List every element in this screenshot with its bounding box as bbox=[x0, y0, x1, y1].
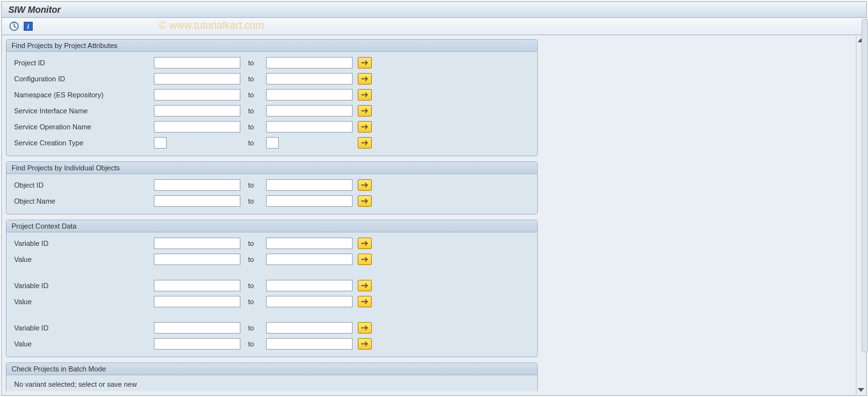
to-label: to bbox=[240, 59, 266, 67]
multiselect-button[interactable] bbox=[358, 296, 372, 307]
multiselect-button[interactable] bbox=[358, 338, 372, 350]
input-variable-id-high[interactable] bbox=[266, 280, 353, 291]
to-label: to bbox=[240, 282, 266, 289]
input-config-id-low[interactable] bbox=[154, 73, 240, 85]
group-batch-mode: Check Projects in Batch Mode No variant … bbox=[6, 362, 538, 391]
info-icon[interactable]: i bbox=[24, 22, 33, 31]
label-variable-id: Variable ID bbox=[13, 282, 154, 289]
row-config-id: Configuration ID to bbox=[13, 72, 531, 86]
label-value: Value bbox=[13, 340, 154, 348]
input-value-low[interactable] bbox=[154, 296, 240, 307]
input-value-high[interactable] bbox=[266, 296, 353, 307]
to-label: to bbox=[240, 255, 266, 263]
content-area: Find Projects by Project Attributes Proj… bbox=[2, 35, 866, 395]
input-object-id-low[interactable] bbox=[154, 179, 240, 191]
page-title: SIW Monitor bbox=[2, 2, 866, 18]
input-namespace-high[interactable] bbox=[266, 89, 353, 101]
group-individual-objects: Find Projects by Individual Objects Obje… bbox=[6, 161, 538, 215]
multiselect-button[interactable] bbox=[358, 179, 372, 191]
input-svc-op-high[interactable] bbox=[266, 121, 353, 133]
label-object-name: Object Name bbox=[13, 197, 154, 205]
to-label: to bbox=[240, 91, 266, 99]
multiselect-button[interactable] bbox=[358, 121, 372, 133]
input-variable-id-high[interactable] bbox=[266, 238, 353, 249]
multiselect-button[interactable] bbox=[358, 105, 372, 117]
row-object-name: Object Name to bbox=[13, 194, 531, 208]
label-service-creation-type: Service Creation Type bbox=[13, 139, 154, 147]
input-object-name-high[interactable] bbox=[266, 195, 353, 207]
input-project-id-high[interactable] bbox=[266, 57, 353, 69]
multiselect-button[interactable] bbox=[358, 254, 372, 265]
input-object-name-low[interactable] bbox=[154, 195, 240, 207]
to-label: to bbox=[240, 181, 266, 189]
multiselect-button[interactable] bbox=[358, 137, 372, 149]
row-value: Value to bbox=[13, 337, 531, 351]
scroll-down-icon[interactable] bbox=[858, 388, 864, 392]
label-variable-id: Variable ID bbox=[13, 324, 154, 332]
watermark-text: © www.tutorialkart.com bbox=[159, 20, 264, 31]
to-label: to bbox=[240, 298, 266, 305]
label-value: Value bbox=[13, 255, 154, 263]
group-title: Find Projects by Individual Objects bbox=[6, 162, 537, 174]
multiselect-button[interactable] bbox=[358, 238, 372, 249]
multiselect-button[interactable] bbox=[358, 57, 372, 69]
row-variable-id: Variable ID to bbox=[13, 321, 531, 335]
label-value: Value bbox=[13, 298, 154, 305]
main-window: SIW Monitor i © www.tutorialkart.com Fin… bbox=[1, 1, 867, 396]
input-svc-op-low[interactable] bbox=[154, 121, 240, 133]
input-svc-iface-high[interactable] bbox=[266, 105, 353, 117]
row-with-unit-test: With Unit Test bbox=[6, 391, 537, 391]
input-config-id-high[interactable] bbox=[266, 73, 353, 85]
label-project-id: Project ID bbox=[13, 59, 154, 67]
row-namespace: Namespace (ES Repository) to bbox=[13, 88, 531, 102]
label-object-id: Object ID bbox=[13, 181, 154, 189]
scroll-container[interactable]: Find Projects by Project Attributes Proj… bbox=[6, 39, 855, 391]
multiselect-button[interactable] bbox=[358, 89, 372, 101]
label-service-operation: Service Operation Name bbox=[13, 123, 154, 131]
multiselect-button[interactable] bbox=[358, 73, 372, 85]
to-label: to bbox=[240, 239, 266, 247]
row-project-id: Project ID to bbox=[13, 56, 531, 70]
multiselect-button[interactable] bbox=[358, 322, 372, 334]
to-label: to bbox=[240, 340, 266, 348]
label-variable-id: Variable ID bbox=[13, 239, 154, 247]
input-variable-id-low[interactable] bbox=[154, 238, 240, 249]
execute-icon[interactable] bbox=[8, 20, 20, 32]
to-label: to bbox=[240, 324, 266, 332]
group-context-data: Project Context Data Variable ID to Valu… bbox=[6, 220, 538, 357]
input-variable-id-low[interactable] bbox=[154, 280, 240, 291]
to-label: to bbox=[240, 107, 266, 115]
application-toolbar: i © www.tutorialkart.com bbox=[2, 18, 866, 35]
row-value: Value to bbox=[13, 252, 531, 266]
row-service-creation-type: Service Creation Type to bbox=[13, 136, 531, 150]
batch-message: No variant selected; select or save new bbox=[6, 375, 537, 391]
group-title: Check Projects in Batch Mode bbox=[6, 363, 537, 375]
label-namespace: Namespace (ES Repository) bbox=[13, 91, 154, 99]
input-svc-create-low[interactable] bbox=[154, 137, 167, 149]
input-value-low[interactable] bbox=[154, 254, 240, 265]
to-label: to bbox=[240, 75, 266, 83]
to-label: to bbox=[240, 139, 266, 147]
multiselect-button[interactable] bbox=[358, 195, 372, 207]
input-object-id-high[interactable] bbox=[266, 179, 353, 191]
input-value-high[interactable] bbox=[266, 338, 353, 350]
input-value-high[interactable] bbox=[266, 254, 353, 265]
input-svc-iface-low[interactable] bbox=[154, 105, 240, 117]
group-project-attributes: Find Projects by Project Attributes Proj… bbox=[6, 39, 538, 156]
row-service-interface: Service Interface Name to bbox=[13, 104, 531, 118]
row-variable-id: Variable ID to bbox=[13, 279, 531, 293]
input-value-low[interactable] bbox=[154, 338, 240, 350]
input-project-id-low[interactable] bbox=[154, 57, 240, 69]
row-value: Value to bbox=[13, 295, 531, 309]
label-config-id: Configuration ID bbox=[13, 75, 154, 83]
input-namespace-low[interactable] bbox=[154, 89, 240, 101]
row-variable-id: Variable ID to bbox=[13, 236, 531, 250]
to-label: to bbox=[240, 123, 266, 131]
row-service-operation: Service Operation Name to bbox=[13, 120, 531, 134]
row-object-id: Object ID to bbox=[13, 178, 531, 192]
input-svc-create-high[interactable] bbox=[266, 137, 279, 149]
input-variable-id-low[interactable] bbox=[154, 322, 240, 334]
multiselect-button[interactable] bbox=[358, 280, 372, 291]
input-variable-id-high[interactable] bbox=[266, 322, 353, 334]
window-resize-bar bbox=[862, 19, 868, 352]
